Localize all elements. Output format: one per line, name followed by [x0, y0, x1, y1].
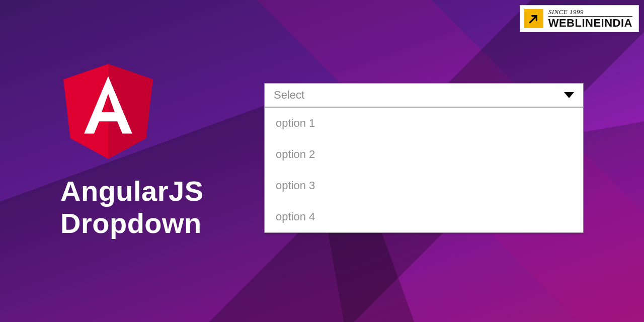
dropdown-option[interactable]: option 4 [265, 201, 583, 232]
brand-text: SINCE 1999 WEBLINEINDIA [548, 9, 632, 29]
promo-banner: SINCE 1999 WEBLINEINDIA AngularJS Dropdo… [0, 0, 644, 322]
hero-left: AngularJS Dropdown [60, 60, 272, 240]
hero-title: AngularJS Dropdown [60, 175, 272, 240]
dropdown-option[interactable]: option 2 [265, 139, 583, 170]
caret-down-icon [564, 92, 574, 98]
brand-since: SINCE 1999 [548, 9, 632, 17]
dropdown-option[interactable]: option 1 [265, 108, 583, 139]
brand-badge: SINCE 1999 WEBLINEINDIA [520, 5, 639, 32]
arrow-up-right-icon [524, 9, 543, 28]
angular-logo-icon [60, 60, 156, 161]
hero-title-line2: Dropdown [60, 207, 272, 239]
dropdown-options: option 1 option 2 option 3 option 4 [264, 107, 584, 233]
hero-title-line1: AngularJS [60, 175, 272, 207]
dropdown-option[interactable]: option 3 [265, 170, 583, 201]
dropdown: Select option 1 option 2 option 3 option… [264, 83, 584, 233]
dropdown-placeholder: Select [274, 89, 304, 102]
brand-name: WEBLINEINDIA [548, 18, 632, 29]
dropdown-trigger[interactable]: Select [264, 83, 584, 107]
